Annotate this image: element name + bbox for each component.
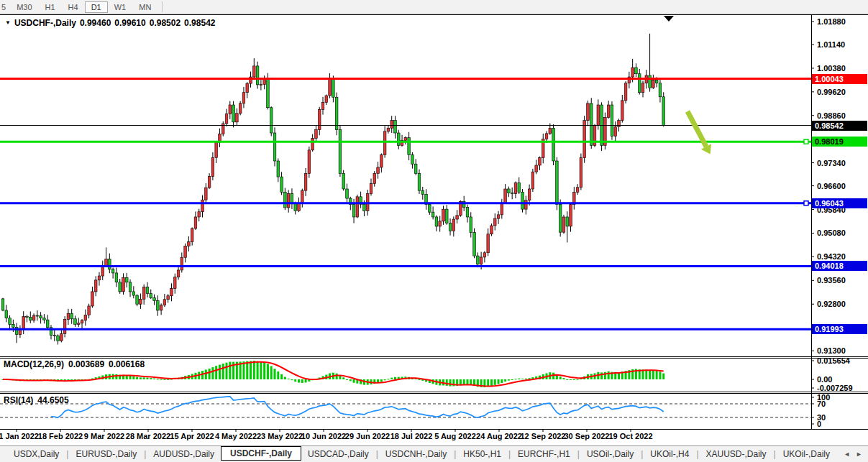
candle [177,270,180,277]
hline-handle-support-line-1[interactable] [804,201,808,205]
candle [153,298,156,301]
candle [662,97,665,126]
timeframe-button-M30[interactable]: M30 [10,2,38,12]
timeframe-button-H4[interactable]: H4 [62,2,85,12]
candle [380,154,383,167]
candle [270,108,273,133]
candle [318,110,321,130]
candle [470,217,472,233]
tab-audusd-daily[interactable]: AUDUSD-,Daily [147,448,221,461]
macd-bar [514,379,516,379]
macd-bar [305,379,307,382]
tab-scroll-left-icon[interactable]: ◄ [844,451,850,458]
candle [545,134,548,139]
candle [287,193,290,207]
candle [477,256,480,264]
hline-handle-support-line-green[interactable] [804,139,808,144]
chart-background [0,0,868,462]
macd-bar [504,379,506,382]
macd-bar [211,367,214,379]
macd-bar [226,363,228,379]
candle [435,217,438,226]
tab-scroll-right-icon[interactable]: ► [856,451,862,458]
tab-usdx-daily[interactable]: USDX,Daily [7,448,65,461]
candle [580,158,583,188]
candle [332,78,335,97]
tab-ukoil-h4[interactable]: UKOil-,H4 [644,448,695,461]
macd-bar [160,379,163,380]
candle [514,183,517,193]
collapse-icon[interactable]: ▼ [5,19,11,26]
timeframe-button-MN[interactable]: MN [132,2,157,12]
candle [315,130,318,139]
candle [611,105,613,136]
tab-eurchf-h1[interactable]: EURCHF-,H1 [511,448,577,461]
candle [377,167,380,173]
candle [242,93,245,103]
candle [531,172,534,189]
candle [291,193,293,203]
tab-xauusd-daily[interactable]: XAUUSD-,Daily [700,448,773,461]
tab-usdchf-daily[interactable]: USDCHF-,Daily [221,446,301,461]
candle [198,212,201,217]
macd-bar [577,379,579,380]
candle [208,177,211,188]
candle [397,133,400,145]
tab-eurusd-daily[interactable]: EURUSD-,Daily [69,448,143,461]
candle [329,78,332,96]
candle [501,203,503,214]
timeframe-button-5[interactable]: 5 [0,2,10,12]
macd-bar [498,379,500,384]
candle [587,103,590,121]
timeframe-button-D1[interactable]: D1 [85,1,108,13]
macd-bar [521,379,524,379]
tab-usoil-daily[interactable]: USOil-,Daily [580,448,640,461]
tab-usdcnh-daily[interactable]: USDCNH-,Daily [379,448,453,461]
tab-usdcad-daily[interactable]: USDCAD-,Daily [301,448,375,461]
candle [70,313,73,319]
macd-bar [570,379,572,380]
macd-bar [508,379,510,381]
candle [184,246,187,257]
candle [525,200,528,209]
candle [456,216,459,219]
candle [301,190,303,203]
candle [94,280,97,292]
macd-bar [384,379,386,380]
candle [431,212,434,217]
macd-bar [298,379,300,383]
candle [641,83,644,93]
candle [373,173,376,183]
macd-bar [390,378,393,379]
macd-bar [380,379,383,382]
candle [308,150,311,173]
candle [363,204,366,211]
tab-hk50-h1[interactable]: HK50-,H1 [457,448,508,461]
timeframe-button-H1[interactable]: H1 [39,2,62,12]
macd-bar [219,365,221,379]
candle [229,105,232,114]
candle [119,282,122,292]
macd-bar [201,371,204,379]
candle [98,276,101,280]
chart-canvas[interactable] [0,0,868,462]
macd-bar [501,379,503,383]
macd-bar [294,379,296,382]
macd-bar [346,379,348,380]
macd-bar [222,364,224,379]
candle [394,121,397,133]
symbol-tabbar: USDX,Daily|EURUSD-,Daily|AUDUSD-,DailyUS… [0,445,868,462]
timeframe-toolbar: 5M30H1H4D1W1MN [0,0,868,14]
candle [583,121,586,158]
macd-bar [284,377,286,379]
candle [480,257,483,264]
candle [387,128,390,131]
macd-bar [562,378,565,379]
tab-ukoil-daily[interactable]: UKOil-,Daily [777,448,836,461]
candle [1,299,4,310]
timeframe-button-W1[interactable]: W1 [108,2,133,12]
candle [232,105,235,122]
macd-bar [260,362,262,379]
candle [493,218,496,226]
candle [421,190,424,194]
